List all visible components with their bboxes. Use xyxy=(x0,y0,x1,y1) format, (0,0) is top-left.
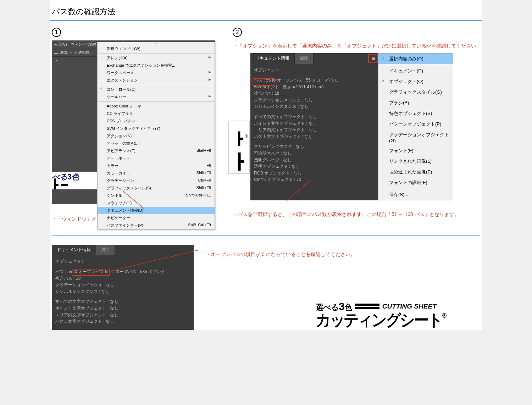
menu-item[interactable]: グラフィックスタイル(S)Shift+F5 xyxy=(98,184,215,192)
flyout-item[interactable]: リンクされた画像(L) xyxy=(378,156,453,167)
flyout-item[interactable]: ✓選択内容のみ(O) xyxy=(378,54,453,64)
menu-item[interactable]: ドキュメント情報(D) xyxy=(98,207,215,214)
chevron-right-icon: ▶ xyxy=(209,94,211,100)
menu-item[interactable]: アートボード xyxy=(98,155,215,162)
tab-attributes[interactable]: 属性 xyxy=(96,245,115,255)
flyout-item[interactable]: グラデーションオブジェクト(G) xyxy=(378,129,453,145)
chevron-right-icon: ▶ xyxy=(209,70,211,76)
chevron-right-icon: ▶ xyxy=(209,55,211,61)
menu-item[interactable]: 新規ウィンドウ(W) xyxy=(98,45,215,52)
note-step2a: ・「オプション」を表示して「選択内容のみ」と「オブジェクト」だけに選択しているか… xyxy=(233,42,480,50)
flyout-item[interactable]: 埋め込まれた画像(E) xyxy=(378,167,453,177)
control-opacity: 不透明度 : xyxy=(74,50,92,55)
chevron-right-icon: ▶ xyxy=(209,78,211,83)
check-icon: ✓ xyxy=(100,86,103,91)
step-1-number: 1 xyxy=(52,28,61,37)
panel-flyout-menu: ✓選択内容のみ(O)ドキュメント(D)✓オブジェクト(O)グラフィックスタイル(… xyxy=(378,53,453,200)
menu-item[interactable]: ツールバー▶ xyxy=(98,93,215,101)
highlight-open-paths xyxy=(72,269,110,276)
flyout-item[interactable]: グラフィックスタイル(G) xyxy=(378,87,453,98)
close-icon[interactable]: × xyxy=(54,58,59,63)
step-2-number: 2 xyxy=(233,28,242,37)
docinfo-symbol: シンボルインスタンス : なし xyxy=(254,103,375,110)
document-info-panel-2: ドキュメント情報 属性 オブジェクト : パス : 55 (0 オープンパス 5… xyxy=(52,245,194,329)
screenshot-window-menu: 表示(V) ウィンドウ(W) — 基本 ▾ 不透明度 : × ▴ 新規ウィンドウ… xyxy=(52,40,215,204)
divider xyxy=(50,20,482,21)
menu-item[interactable]: ✓コントロール(C) xyxy=(98,85,215,93)
note-step3: ・オープンパスの項目が 0 になっていることを確認してください。 xyxy=(206,250,355,258)
menu-item[interactable]: パスファインダー(P)Shift+Ctrl+F9 xyxy=(98,222,215,229)
menu-item[interactable]: アセットの書き出し xyxy=(98,140,215,147)
menu-item[interactable]: シンボルShift+Ctrl+F11 xyxy=(98,192,215,199)
artwork-preview: ┣ ® ┣ xyxy=(228,121,250,174)
flyout-item[interactable]: ブラシ(B) xyxy=(378,98,453,108)
flyout-item[interactable]: ドキュメント(D) xyxy=(378,65,453,76)
artwork-thumbnail: べる3色 ┣ ━ xyxy=(52,172,97,189)
tab-document-info[interactable]: ドキュメント情報 xyxy=(52,245,96,255)
note-step2b: ・パスを全選択すると、この項目にパス数が表示されます。この場合「51 ～ 100… xyxy=(233,210,480,218)
docinfo-compound: 複合パス : 18 xyxy=(254,90,375,97)
menu-item[interactable]: SVG インタラクティビティ(Y) xyxy=(98,125,215,132)
control-basic: 基本 xyxy=(60,50,68,55)
document-info-panel: ドキュメント情報 属性 ≡ オブジェクト : パス : 55 (0 オープンパス… xyxy=(250,53,378,200)
check-icon: ✓ xyxy=(381,78,385,84)
menu-item[interactable]: CSS プロパティ xyxy=(98,117,215,125)
menu-item[interactable]: アレンジ(A)▶ xyxy=(98,53,215,62)
menu-item[interactable]: ナビゲーター xyxy=(98,214,215,222)
window-dropdown-menu: ▴ 新規ウィンドウ(W)アレンジ(A)▶Exchange でエクステンションを検… xyxy=(97,42,215,229)
menu-item[interactable]: CC ライブラリ xyxy=(98,110,215,117)
docinfo-mesh: グラデーションメッシュ : なし xyxy=(254,97,375,104)
menubar-window[interactable]: ウィンドウ(W) xyxy=(71,42,96,47)
check-icon: ✓ xyxy=(381,56,385,61)
brand-logo: 選べる3色 CUTTING SHEET カッティングシート® xyxy=(316,301,472,328)
menu-item[interactable]: カラーF6 xyxy=(98,162,215,170)
flyout-item[interactable]: パターンオブジェクト(P) xyxy=(378,119,453,129)
flyout-item[interactable]: フォント(F) xyxy=(378,145,453,156)
menu-item[interactable]: アピアランス(E)Shift+F6 xyxy=(98,147,215,155)
menu-item[interactable]: Exchange でエクステンションを検索... xyxy=(98,62,215,69)
menubar-view[interactable]: 表示(V) xyxy=(54,42,67,47)
flyout-item[interactable]: 特色オブジェクト(S) xyxy=(378,108,453,119)
menu-item[interactable]: エクステンション▶ xyxy=(98,77,215,84)
menu-item[interactable]: グラデーションCtrl+F9 xyxy=(98,177,215,184)
flyout-item[interactable]: フォントの詳細(F) xyxy=(378,177,453,188)
highlight-path-count xyxy=(253,78,275,86)
highlight-panel-menu xyxy=(368,54,378,63)
menu-item[interactable]: スウォッチ(H) xyxy=(98,199,215,207)
tab-attributes[interactable]: 属性 xyxy=(295,53,314,64)
page-title: パス数の確認方法 xyxy=(50,6,482,20)
tab-document-info[interactable]: ドキュメント情報 xyxy=(250,53,295,64)
menu-item[interactable]: カラーガイドShift+F3 xyxy=(98,170,215,177)
flyout-item[interactable]: 保存(S)... xyxy=(378,189,453,200)
flyout-item[interactable]: ✓オブジェクト(O) xyxy=(378,76,453,87)
divider xyxy=(52,235,480,235)
menu-item[interactable]: Adobe Color テーマ xyxy=(98,101,215,110)
menu-item[interactable]: ワークスペース▶ xyxy=(98,69,215,77)
menu-item[interactable]: アクション(N) xyxy=(98,132,215,140)
docinfo-heading: オブジェクト : xyxy=(254,67,375,73)
